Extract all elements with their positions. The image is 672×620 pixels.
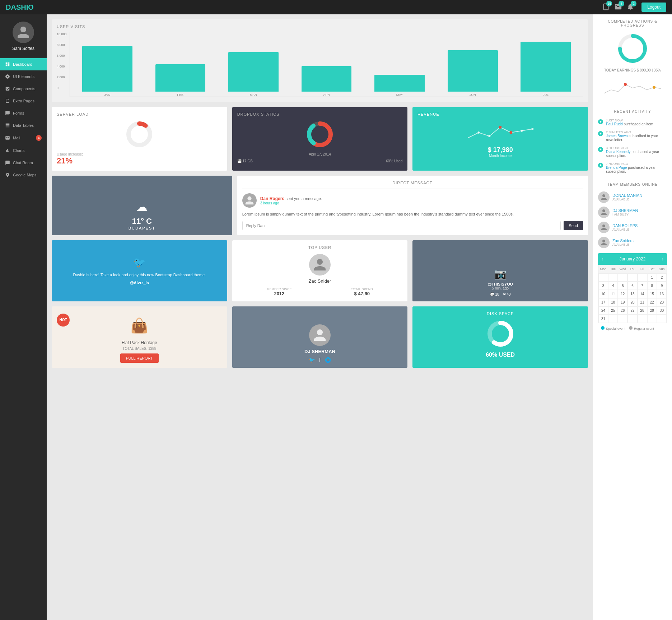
bar-jul (521, 42, 571, 92)
hot-product-sales: TOTAL SALES: 1388 (57, 347, 222, 351)
social-row: 🐦 Dashio is here! Take a look and enjoy … (52, 240, 588, 301)
server-load-title: SERVER LOAD (57, 112, 222, 116)
cal-week-5: 24 25 26 27 28 29 30 (598, 306, 667, 315)
direct-message-card: DIRECT MESSAGE Dan Rogers sent you a mes… (237, 176, 588, 235)
sidebar-item-dashboard[interactable]: Dashboard (0, 58, 47, 70)
alert-badge: 2 (631, 1, 636, 6)
svg-point-9 (521, 130, 523, 132)
sidebar-nav: Dashboard UI Elements Components Extra P… (0, 58, 47, 181)
twitter-social-icon[interactable]: 🐦 (309, 357, 315, 363)
svg-point-10 (532, 128, 534, 130)
activity-item-2: 2 MINUTES AGO James Brown subscribed to … (598, 130, 667, 142)
svg-point-8 (489, 135, 491, 137)
full-report-button[interactable]: FULL REPORT (120, 353, 159, 363)
sidebar-item-mail[interactable]: Mail 4 (0, 131, 47, 144)
hot-badge: HOT (57, 314, 70, 327)
activity-item-4: 7 HOURS AGO Brenda Page purchased a year… (598, 162, 667, 173)
mail-icon-wrap[interactable]: 8 (614, 3, 622, 12)
bar-jun (448, 50, 498, 92)
svg-point-19 (600, 149, 602, 151)
middle-row: ☁ 11° C BUDAPEST DIRECT MESSAGE Dan Roge… (52, 176, 588, 235)
server-load-donut (57, 120, 222, 149)
avatar (13, 22, 34, 43)
weather-city: BUDAPEST (129, 226, 155, 230)
right-panel: COMPLETED ACTIONS & PROGRESS TODAY EARNI… (593, 14, 672, 620)
calendar: ‹ January 2022 › Mon Tue Wed Thu Fri Sat… (598, 253, 667, 333)
activity-item-1: JUST NOW Paul Rudd purchased an item (598, 119, 667, 126)
sidebar: Sam Soffes Dashboard UI Elements Compone… (0, 14, 47, 620)
cal-week-4: 17 18 19 20 21 22 23 (598, 298, 667, 306)
sidebar-item-components[interactable]: Components (0, 83, 47, 95)
notifications-icon-wrap[interactable]: 15 (602, 3, 610, 12)
cal-week-1: 1 2 (598, 273, 667, 282)
dm-time: 3 hours ago (260, 201, 322, 205)
sparkline (598, 77, 667, 100)
insta-time: 5 min. ago (492, 286, 509, 290)
doc-badge: 15 (606, 1, 612, 6)
twitter-card: 🐦 Dashio is here! Take a look and enjoy … (52, 240, 227, 301)
weather-card: ☁ 11° C BUDAPEST (52, 176, 232, 235)
top-user-title: TOP USER (237, 245, 403, 250)
completed-title: COMPLETED ACTIONS & PROGRESS (598, 19, 667, 27)
sidebar-item-maps[interactable]: Google Maps (0, 169, 47, 181)
sidebar-item-extra[interactable]: Extra Pages (0, 95, 47, 107)
cal-next-button[interactable]: › (662, 256, 663, 262)
team-member-3: DAN BOLEPS AVAILABLE (598, 222, 667, 233)
layout: Sam Soffes Dashboard UI Elements Compone… (0, 14, 672, 620)
sidebar-username: Sam Soffes (12, 46, 34, 51)
instagram-card: 📷 @THISISYOU 5 min. ago 💬 18 ❤ 40 (412, 240, 588, 301)
revenue-card: REVENUE $ 17,980 Month Income (412, 107, 588, 171)
facebook-social-icon[interactable]: f (319, 357, 321, 363)
sidebar-item-charts[interactable]: Charts (0, 144, 47, 157)
svg-point-20 (600, 165, 602, 166)
hot-product-name: Flat Pack Heritage (57, 340, 222, 345)
top-user-stats: MEMBER SINCE 2012 TOTAL SPEND $ 47,60 (237, 287, 403, 296)
user-visits-title: USER VISITS (57, 24, 583, 29)
insta-stats: 💬 18 ❤ 40 (490, 292, 511, 296)
sidebar-item-tables[interactable]: Data Tables (0, 119, 47, 131)
sidebar-item-ui[interactable]: UI Elements (0, 70, 47, 83)
weather-temp: 11° C (132, 217, 152, 226)
twitter-handle: @Alvrz_ls (130, 281, 149, 285)
logout-button[interactable]: Logout (641, 3, 666, 12)
hot-product-image: 👜 (57, 311, 222, 340)
reply-input[interactable] (242, 221, 561, 230)
topnav: DASHIO 15 8 2 Logout (0, 0, 672, 14)
globe-social-icon[interactable]: 🌐 (325, 357, 331, 363)
activity-item-3: 3 HOURS AGO Diana Kennedy purchased a ye… (598, 146, 667, 158)
team-member-2: DJ SHERMAN I AM BUSY (598, 207, 667, 218)
svg-point-7 (478, 131, 480, 134)
disk-used: 60% USED (417, 352, 583, 358)
dj-avatar (309, 324, 331, 346)
dm-text: Lorem ipsum is simply dummy text of the … (242, 211, 583, 217)
cal-legend: Special event Regular event (598, 323, 667, 333)
cal-dow-row: Mon Tue Wed Thu Fri Sat Sun (598, 265, 667, 273)
send-button[interactable]: Send (564, 221, 583, 230)
sidebar-item-forms[interactable]: Forms (0, 107, 47, 119)
bar-jan (82, 46, 132, 92)
sidebar-item-chatroom[interactable]: Chat Room (0, 157, 47, 169)
revenue-amount: $ 17,980 (417, 146, 583, 154)
top-user-avatar (309, 254, 331, 276)
team-member-4: Zac Sniders AVAILABLE (598, 237, 667, 248)
revenue-label: Month Income (417, 154, 583, 158)
mail-count-badge: 4 (36, 135, 42, 141)
progress-donut (598, 32, 667, 65)
dropbox-donut (237, 120, 403, 149)
dropbox-card: DROPBOX STATICS April 17, 2014 💾 17 GB 6… (232, 107, 408, 171)
dm-avatar (242, 193, 257, 208)
cal-header: ‹ January 2022 › (598, 253, 667, 265)
cal-prev-button[interactable]: ‹ (602, 256, 603, 262)
alerts-icon-wrap[interactable]: 2 (626, 3, 634, 12)
cal-week-6: 31 (598, 315, 667, 323)
insta-handle: @THISISYOU (488, 282, 513, 286)
svg-point-15 (624, 83, 627, 86)
instagram-icon: 📷 (494, 268, 507, 280)
disk-title: DISK SPACE (417, 311, 583, 316)
bar-feb (155, 64, 206, 92)
team-member-1: DONAL MANIAN AVAILABLE (598, 191, 667, 203)
dropbox-title: DROPBOX STATICS (237, 112, 403, 116)
product-row: HOT 👜 Flat Pack Heritage TOTAL SALES: 13… (52, 306, 588, 368)
bar-mar (228, 52, 279, 92)
top-user-card: TOP USER Zac Snider MEMBER SINCE 2012 TO… (232, 240, 408, 301)
